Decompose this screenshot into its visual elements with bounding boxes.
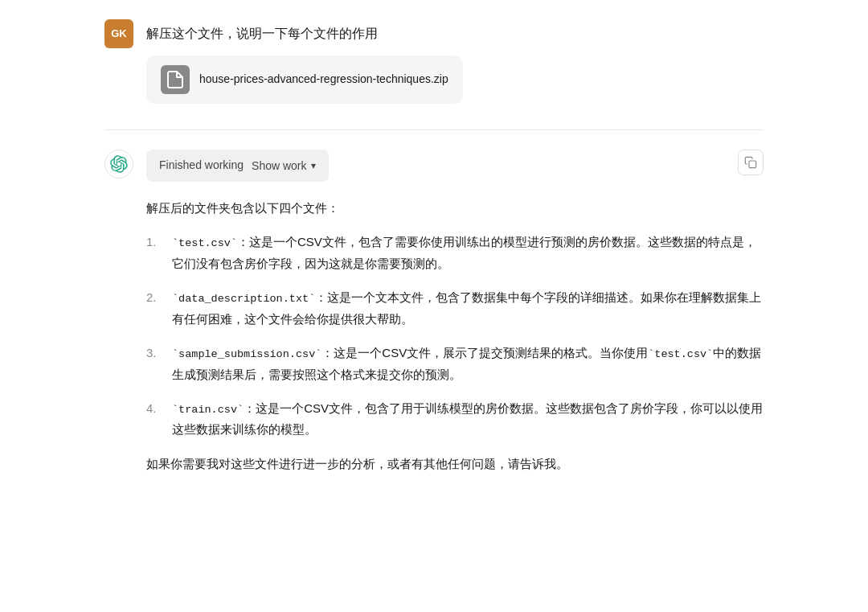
copy-button[interactable] xyxy=(738,150,764,175)
list-number-3: 3. xyxy=(146,343,162,385)
file-code-4: `train.csv` xyxy=(172,404,244,416)
user-content: 解压这个文件，说明一下每个文件的作用 house-prices-advanced… xyxy=(146,19,764,104)
list-number-1: 1. xyxy=(146,232,162,274)
show-work-label: Show work xyxy=(252,159,306,172)
list-content-2: `data_description.txt`：这是一个文本文件，包含了数据集中每… xyxy=(172,287,764,330)
list-item: 3. `sample_submission.csv`：这是一个CSV文件，展示了… xyxy=(146,343,764,385)
file-code-1: `test.csv` xyxy=(172,237,237,249)
user-message: GK 解压这个文件，说明一下每个文件的作用 house-prices-advan… xyxy=(104,19,764,104)
list-content-4: `train.csv`：这是一个CSV文件，包含了用于训练模型的房价数据。这些数… xyxy=(172,398,764,441)
assistant-content: Finished working Show work ▾ 解压后的文件夹包含以下… xyxy=(146,150,764,487)
assistant-avatar xyxy=(104,150,133,179)
chat-container: GK 解压这个文件，说明一下每个文件的作用 house-prices-advan… xyxy=(72,19,796,487)
file-list: 1. `test.csv`：这是一个CSV文件，包含了需要你使用训练出的模型进行… xyxy=(146,232,764,441)
show-work-button[interactable]: Show work ▾ xyxy=(252,159,315,172)
file-code-2: `data_description.txt` xyxy=(172,293,315,305)
list-number-4: 4. xyxy=(146,398,162,441)
message-divider xyxy=(104,129,764,130)
list-item: 2. `data_description.txt`：这是一个文本文件，包含了数据… xyxy=(146,287,764,330)
list-item: 4. `train.csv`：这是一个CSV文件，包含了用于训练模型的房价数据。… xyxy=(146,398,764,441)
chevron-down-icon: ▾ xyxy=(311,160,316,171)
list-number-2: 2. xyxy=(146,287,162,330)
finished-text: Finished working xyxy=(159,156,244,175)
user-avatar: GK xyxy=(104,19,133,48)
file-code-3b: `test.csv` xyxy=(648,348,713,360)
user-text: 解压这个文件，说明一下每个文件的作用 xyxy=(146,23,764,44)
list-content-3: `sample_submission.csv`：这是一个CSV文件，展示了提交预… xyxy=(172,343,764,385)
file-attachment: house-prices-advanced-regression-techniq… xyxy=(146,55,463,104)
finished-working-badge: Finished working Show work ▾ xyxy=(146,150,329,182)
list-item: 1. `test.csv`：这是一个CSV文件，包含了需要你使用训练出的模型进行… xyxy=(146,232,764,274)
file-code-3: `sample_submission.csv` xyxy=(172,348,321,360)
list-content-1: `test.csv`：这是一个CSV文件，包含了需要你使用训练出的模型进行预测的… xyxy=(172,232,764,274)
response-intro: 解压后的文件夹包含以下四个文件： xyxy=(146,198,764,219)
file-name: house-prices-advanced-regression-techniq… xyxy=(199,70,448,89)
file-icon xyxy=(161,65,190,94)
svg-rect-0 xyxy=(749,161,756,168)
response-outro: 如果你需要我对这些文件进行进一步的分析，或者有其他任何问题，请告诉我。 xyxy=(146,454,764,474)
assistant-message: Finished working Show work ▾ 解压后的文件夹包含以下… xyxy=(104,150,764,487)
